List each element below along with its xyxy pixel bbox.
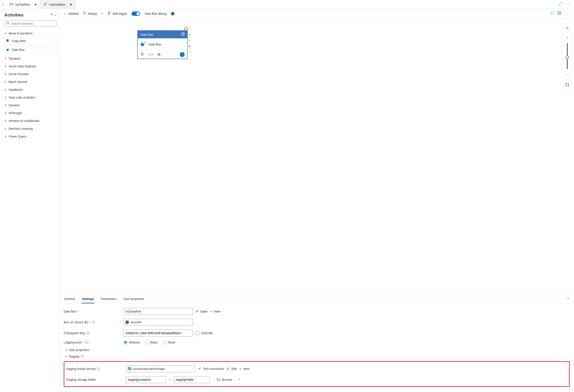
dirty-dot-icon [35, 4, 36, 5]
tab-parameters[interactable]: Parameters [100, 297, 117, 303]
info-icon[interactable]: i [81, 355, 84, 358]
info-icon[interactable]: i [97, 367, 100, 370]
dataflow-node[interactable]: Data flow Data flow </> → [137, 30, 188, 59]
tab-settings[interactable]: Settings [82, 297, 94, 303]
chevron-down-icon [4, 32, 7, 34]
open-external-icon[interactable] [181, 33, 184, 37]
zoom-fit-button[interactable] [563, 80, 572, 89]
chevron-right-icon [4, 65, 7, 67]
browse-dropdown[interactable] [238, 378, 240, 381]
staging-section[interactable]: Staging i [64, 355, 570, 358]
checkpoint-input[interactable] [125, 331, 191, 335]
radio-verbose[interactable]: Verbose [123, 340, 140, 344]
activity-copy-data[interactable]: Copy data ⋮⋮ [4, 37, 57, 44]
group-databricks[interactable]: Databricks [4, 86, 57, 93]
browse-button[interactable]: Browse [217, 378, 232, 382]
dataflow-debug-toggle[interactable] [132, 11, 140, 16]
dataflow-label: Data flow [64, 310, 76, 313]
new-button[interactable]: +New [210, 309, 220, 314]
svg-rect-16 [158, 53, 160, 55]
properties-icon[interactable] [558, 11, 561, 16]
activities-sidebar: Activities « Move & transform [0, 9, 59, 392]
maximize-icon[interactable] [559, 2, 563, 7]
expand-handle-icon[interactable]: » [0, 3, 6, 6]
add-trigger-button[interactable]: Add trigger [108, 11, 127, 16]
info-icon[interactable]: i [86, 332, 89, 335]
group-iteration[interactable]: Iteration & conditionals [4, 118, 57, 124]
override-checkbox[interactable]: Override [195, 331, 213, 335]
staging-container-input[interactable] [128, 378, 164, 381]
chevron-right-icon [4, 112, 7, 114]
group-synapse[interactable]: Synapse [4, 55, 57, 62]
svg-rect-9 [6, 49, 9, 51]
group-hdinsight[interactable]: HDInsight [4, 110, 57, 117]
radio-icon [123, 340, 127, 344]
grip-icon: ⋮⋮ [50, 39, 56, 43]
group-batch-service[interactable]: Batch Service [4, 78, 57, 85]
required-icon: * [89, 320, 91, 324]
search-input[interactable] [11, 22, 55, 25]
chevron-right-icon [4, 104, 7, 106]
checkpoint-input-wrap [123, 330, 193, 336]
debug-button[interactable]: Debug [83, 12, 97, 15]
staging-linked-select[interactable]: AzureDataLakeStorage⌄ [126, 365, 195, 372]
info-icon[interactable]: i [92, 321, 95, 324]
dataflow-select[interactable]: myDataflow⌄ [123, 308, 193, 315]
edit-button[interactable]: Edit [227, 367, 237, 371]
proceed-icon[interactable]: → [180, 52, 184, 57]
zoom-in-button[interactable]: + [563, 33, 572, 42]
tab-pipeline[interactable]: myPipeline [6, 0, 40, 9]
zoom-slider[interactable] [567, 43, 568, 69]
logging-label: Logging level [64, 341, 82, 344]
radio-basic[interactable]: Basic [145, 340, 158, 344]
open-button[interactable]: Open [195, 310, 207, 314]
group-azure-data-explorer[interactable]: Azure Data Explorer [4, 63, 57, 70]
svg-point-18 [566, 27, 568, 29]
delete-icon[interactable] [140, 53, 144, 57]
search-activities[interactable] [4, 20, 57, 26]
runon-select[interactable]: ✓azureIR⌄ [123, 319, 193, 326]
activity-data-flow[interactable]: Data flow ⋮⋮ [4, 46, 57, 53]
staging-linked-label: Staging linked service [66, 367, 96, 371]
chevron-right-icon [65, 348, 67, 352]
group-move-transform[interactable]: Move & transform [4, 30, 57, 37]
tab-user-properties[interactable]: User properties [123, 297, 144, 303]
group-general[interactable]: General [4, 102, 57, 109]
svg-rect-22 [128, 368, 131, 368]
zoom-search-icon[interactable] [563, 24, 572, 33]
group-power-query[interactable]: Power Query [4, 133, 57, 140]
chevron-right-icon [4, 128, 7, 130]
copy-data-icon [6, 39, 10, 43]
more-icon[interactable]: ··· [565, 11, 570, 16]
collapse-icon[interactable]: « [55, 13, 57, 17]
sink-properties-section[interactable]: Sink properties [64, 348, 570, 352]
test-connection-button[interactable]: Test connection [198, 367, 224, 371]
more-icon[interactable]: ··· [566, 2, 571, 7]
new-linked-button[interactable]: +New [239, 367, 249, 371]
clone-icon[interactable] [157, 53, 161, 57]
tab-general[interactable]: General [64, 297, 75, 303]
svg-rect-1 [12, 3, 13, 5]
zoom-out-button[interactable]: − [563, 70, 572, 79]
zoom-knob[interactable] [566, 56, 569, 59]
group-azure-function[interactable]: Azure Function [4, 71, 57, 78]
pipeline-toolbar: ✓Validate Debug Add trigger Data flow de… [59, 9, 574, 18]
code-icon[interactable]: </> [148, 53, 153, 56]
node-header: Data flow [138, 31, 187, 38]
panel-collapse-icon[interactable] [567, 297, 570, 301]
group-data-lake-analytics[interactable]: Data Lake Analytics [4, 94, 57, 101]
tab-dataflow[interactable]: myDataflow [40, 0, 75, 9]
info-icon[interactable]: i [85, 341, 88, 344]
success-icon: ✓ [188, 39, 191, 42]
chevron-right-icon [4, 89, 7, 91]
group-machine-learning[interactable]: Machine Learning [4, 125, 57, 132]
pipeline-canvas[interactable]: Data flow Data flow </> → ↷ [59, 18, 574, 294]
chevron-right-icon [4, 81, 7, 83]
radio-none[interactable]: None [163, 340, 175, 344]
search-icon [6, 22, 9, 25]
debug-dropdown[interactable] [101, 12, 103, 15]
braces-icon[interactable]: { } [551, 11, 554, 16]
staging-folder-input[interactable] [176, 378, 208, 381]
validate-button[interactable]: ✓Validate [64, 12, 79, 15]
chevrons-icon[interactable] [50, 13, 53, 17]
